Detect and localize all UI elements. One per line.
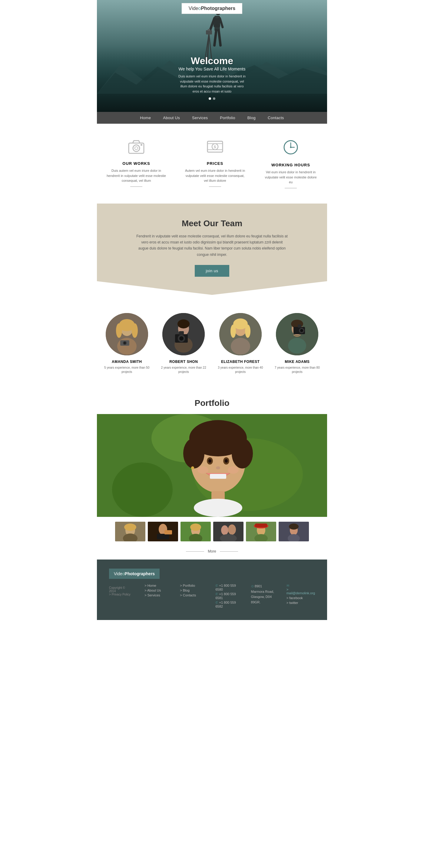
portfolio-thumb-4[interactable] <box>213 522 244 541</box>
footer-col-social: ✉ mail@demolink.org facebook twitter <box>286 584 315 609</box>
footer-address: ⊙ 8901 Marmora Road, Glasgow, D04 89GR. <box>251 584 274 605</box>
svg-rect-83 <box>157 534 169 539</box>
member-desc-elizabeth: 3 years experience, more than 40 project… <box>217 366 264 374</box>
svg-point-31 <box>116 323 122 338</box>
svg-point-74 <box>194 499 242 517</box>
phone-icon: ✆ <box>215 584 219 587</box>
feature-works-desc: Duis autem vel eum iriure dolor in hendr… <box>106 168 167 183</box>
footer-privacy-link[interactable]: Privacy Policy <box>109 593 132 596</box>
svg-point-71 <box>197 466 208 474</box>
svg-point-70 <box>216 466 220 469</box>
footer-link-contacts[interactable]: Contacts <box>180 593 203 597</box>
member-photo-amanda <box>106 313 148 355</box>
member-name-amanda: AMANDA SMITH <box>103 360 151 364</box>
nav-services[interactable]: Services <box>192 116 208 120</box>
footer-col-nav: Home About Us Services <box>144 584 168 609</box>
footer-email-link[interactable]: mail@demolink.org <box>286 588 315 595</box>
svg-rect-84 <box>165 530 172 534</box>
footer-link-portfolio[interactable]: Portfolio <box>180 584 203 587</box>
more-row: More <box>97 546 327 559</box>
member-desc-mike: 7 years experience, more than 80 project… <box>274 366 321 374</box>
nav-blog[interactable]: Blog <box>248 116 256 120</box>
footer-grid: Copyright © 2014 Privacy Policy Home Abo… <box>109 584 315 609</box>
portfolio-thumb-6[interactable] <box>279 522 309 541</box>
svg-line-7 <box>215 30 216 45</box>
footer-social-links: facebook twitter <box>286 596 315 604</box>
email-icon: ✉ <box>286 584 289 587</box>
member-desc-robert: 2 years experience, more than 22 project… <box>160 366 208 374</box>
portfolio-thumb-3[interactable] <box>180 522 211 541</box>
feature-works-line <box>130 186 142 187</box>
features-section: OUR WORKS Duis autem vel eum iriure dolo… <box>97 124 327 204</box>
portfolio-title: Portfolio <box>97 398 327 408</box>
svg-point-61 <box>112 462 173 517</box>
feature-hours-title: WORKING HOURS <box>263 163 318 167</box>
footer-phone-2: ✆ +1 800 559 6581 <box>215 592 239 600</box>
footer-logo-prefix: Vide <box>114 571 122 576</box>
portfolio-thumb-2[interactable] <box>148 522 178 541</box>
footer-facebook-link[interactable]: facebook <box>286 596 315 600</box>
svg-point-52 <box>288 338 306 353</box>
location-icon: ⊙ <box>251 584 255 588</box>
footer-logo-dot: o <box>122 571 125 576</box>
svg-line-8 <box>219 30 221 45</box>
footer-nav-about[interactable]: About Us <box>144 589 168 592</box>
footer-col-phones: ✆ +1 800 559 6580 ✆ +1 800 559 6581 ✆ +1… <box>215 584 239 609</box>
nav-portfolio[interactable]: Portfolio <box>220 116 235 120</box>
svg-point-42 <box>179 336 183 341</box>
nav-about[interactable]: About Us <box>163 116 180 120</box>
nav-contacts[interactable]: Contacts <box>268 116 284 120</box>
hero-dot-1[interactable] <box>209 97 211 100</box>
member-mike: MIKE ADAMS 7 years experience, more than… <box>274 313 321 374</box>
footer-twitter-link[interactable]: twitter <box>286 601 315 604</box>
nav-home[interactable]: Home <box>140 116 151 120</box>
footer: VideoPhotographers Copyright © 2014 Priv… <box>97 559 327 620</box>
svg-point-87 <box>190 524 201 531</box>
team-members-section: AMANDA SMITH 5 years experience, more th… <box>97 295 327 386</box>
member-name-robert: ROBERT SHON <box>160 360 208 364</box>
svg-point-17 <box>141 144 142 146</box>
svg-point-91 <box>228 524 236 535</box>
svg-rect-57 <box>298 324 301 328</box>
footer-link-blog[interactable]: Blog <box>180 589 203 592</box>
portfolio-thumb-5[interactable] <box>246 522 276 541</box>
logo-suffix: Photographers <box>201 6 235 11</box>
portfolio-thumbnails <box>97 517 327 546</box>
join-us-button[interactable]: join us <box>195 265 229 277</box>
footer-nav-home[interactable]: Home <box>144 584 168 587</box>
logo-prefix: Vide <box>189 6 198 11</box>
svg-point-15 <box>133 145 140 152</box>
hero-dot-2[interactable] <box>213 97 215 100</box>
member-name-mike: MIKE ADAMS <box>274 360 321 364</box>
svg-point-68 <box>208 459 211 463</box>
member-photo-robert <box>162 313 205 355</box>
svg-point-64 <box>183 438 204 468</box>
hero-carousel-dots <box>177 97 247 100</box>
svg-point-32 <box>132 323 138 338</box>
site-logo[interactable]: VideoPhotographers <box>182 3 242 14</box>
footer-nav-services[interactable]: Services <box>144 593 168 597</box>
feature-hours-line <box>285 188 297 188</box>
more-line-left <box>186 551 204 552</box>
hero-title: Welcome <box>177 55 247 66</box>
more-line-right <box>220 551 238 552</box>
svg-rect-96 <box>255 524 267 527</box>
member-amanda: AMANDA SMITH 5 years experience, more th… <box>103 313 151 374</box>
svg-point-49 <box>245 324 251 338</box>
svg-point-35 <box>124 342 126 344</box>
footer-phone-3: ✆ +1 800 559 6582 <box>215 601 239 608</box>
team-description: Fendrerit in vulputate velit esse molest… <box>136 233 288 258</box>
svg-point-75 <box>191 466 194 469</box>
svg-point-46 <box>231 338 250 355</box>
team-section: Meet Our Team Fendrerit in vulputate vel… <box>97 204 327 295</box>
hero-description: Duis autem vel eum iriure dolor in hendr… <box>177 74 247 94</box>
more-link[interactable]: More <box>208 549 216 554</box>
svg-point-16 <box>135 147 138 150</box>
portfolio-thumb-1[interactable] <box>115 522 145 541</box>
footer-col-portfolio: Portfolio Blog Contacts <box>180 584 203 609</box>
member-photo-elizabeth <box>219 313 262 355</box>
footer-logo-suffix: Photographers <box>125 571 155 576</box>
feature-prices-line <box>209 186 221 187</box>
feature-hours-desc: Vel eum iriure dolor in hendrerit in vul… <box>263 170 318 185</box>
svg-rect-12 <box>206 30 212 34</box>
